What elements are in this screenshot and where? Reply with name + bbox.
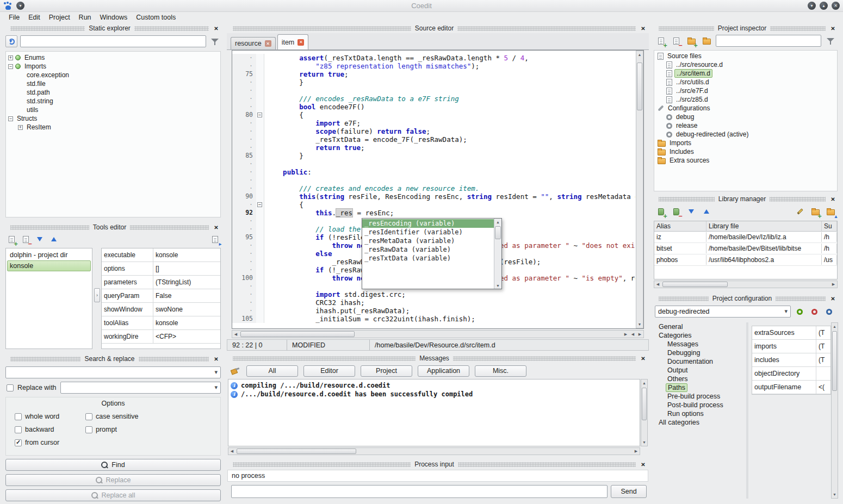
fold-collapse-icon[interactable]: − [257,113,262,117]
completion-item[interactable]: _resEncoding (variable) [362,219,494,228]
menu-item-file[interactable]: File [4,13,24,22]
code-line[interactable]: · bool encodee7F() [232,103,635,111]
property-value[interactable]: <( [816,381,830,394]
configuration-splitter[interactable] [746,322,748,499]
configuration-properties-grid[interactable]: extraSources(Timports(Tincludes(TobjectD… [752,326,831,395]
tree-expander-icon[interactable]: + [8,55,13,60]
completion-item[interactable]: _resTxtData (variable) [362,254,494,263]
config-category-paths[interactable]: Paths [655,383,744,392]
scrollbar-thumb[interactable] [240,331,355,337]
filter-button[interactable] [209,35,221,47]
code-line[interactable]: 90 this(string resFile, ResEncoding resE… [232,192,635,201]
scroll-up-icon[interactable]: ▲ [494,219,501,225]
editor-tab-item[interactable]: item [277,34,309,49]
inspector-tree-item[interactable]: release [654,121,837,130]
config-category-documentation[interactable]: Documentation [655,357,744,366]
menu-item-custom-tools[interactable]: Custom tools [132,13,180,22]
config-category-run-options[interactable]: Run options [655,409,744,418]
replace-with-checkbox[interactable] [7,384,14,391]
scrollbar-track[interactable] [235,448,633,455]
symbol-search-input[interactable] [20,35,206,47]
scroll-up-icon[interactable]: ▲ [641,379,647,387]
code-line[interactable]: · /// encodes _resRawData to a e7F strin… [232,95,635,103]
menu-item-windows[interactable]: Windows [96,13,132,22]
code-line[interactable]: · [232,160,635,168]
inspector-tree-item[interactable]: Source files [654,52,837,60]
inspector-tree-item[interactable]: ../src/utils.d [654,78,837,86]
inspector-filter-button[interactable] [825,35,836,47]
add-tool-button[interactable]: + [5,233,17,245]
send-button[interactable]: Send [611,485,647,498]
scrollbar-thumb[interactable] [637,63,642,110]
messages-list[interactable]: compiling /.../build/resource.d.coedit/.… [228,379,640,446]
property-row[interactable]: executablekonsole [102,248,220,262]
tab-close-icon[interactable] [297,39,304,46]
library-row[interactable]: iz/home/basile/Dev/Iz/lib/iz.a/h [654,232,837,243]
property-row[interactable]: showWindowswoNone [102,303,220,316]
config-property-row[interactable]: extraSources(T [752,326,830,340]
messages-filter-misc[interactable]: Misc. [475,365,526,377]
tool-properties-grid[interactable]: executablekonsoleoptions[]parameters(TSt… [101,248,221,349]
refresh-button[interactable] [5,35,17,47]
completion-scrollbar[interactable]: ▲ ▼ [494,219,501,289]
code-line[interactable]: · scope(failure) return false; [232,127,635,135]
window-menu-button[interactable]: ▾ [16,2,24,10]
property-row[interactable]: toolAliaskonsole [102,316,220,330]
move-library-up-button[interactable] [701,206,712,217]
inspector-tree-item[interactable]: Configurations [654,104,837,113]
code-line[interactable]: 85 } [232,152,635,160]
tools-splitter-button[interactable] [94,288,100,302]
scrollbar-thumb[interactable] [237,449,356,454]
scrollbar-thumb[interactable] [495,226,501,239]
inspector-tree-item[interactable]: ../src/item.d [654,69,837,78]
tab-close-icon[interactable] [265,40,271,47]
config-property-row[interactable]: imports(T [752,340,830,353]
inspector-tree-item[interactable]: ../src/e7F.d [654,86,837,95]
config-category-others[interactable]: Others [655,375,744,383]
configuration-categories-tree[interactable]: GeneralCategoriesMessagesDebuggingDocume… [655,322,744,499]
open-folder-button[interactable] [701,35,712,47]
scrollbar-thumb[interactable] [832,331,837,391]
tree-expander-icon[interactable]: + [18,125,23,130]
scroll-right-icon[interactable]: ▶ [622,331,629,338]
config-property-row[interactable]: includes(T [752,353,830,367]
close-panel-icon[interactable] [640,25,647,32]
code-line[interactable]: · _resTxtData = encode_7F(_resRawData); [232,135,635,144]
property-value[interactable]: swoNone [153,303,220,316]
library-table[interactable]: AliasLibrary fileSu iz/home/basile/Dev/I… [654,221,838,279]
scrollbar-thumb[interactable] [662,282,728,287]
message-line[interactable]: compiling /.../build/resource.d.coedit [228,381,640,390]
option-from-cursor[interactable]: from cursor [15,438,80,447]
add-folder-button[interactable]: + [685,35,697,47]
code-line[interactable]: 75 return true; [232,70,635,78]
option-case-sensitive[interactable]: case sensitive [85,412,220,421]
close-panel-icon[interactable] [213,356,220,363]
checkbox-icon[interactable] [15,426,22,433]
scrollbar-thumb[interactable] [642,388,647,420]
menu-item-project[interactable]: Project [45,13,75,22]
tool-list-item[interactable]: konsole [7,260,91,271]
library-column-header[interactable]: Library file [706,221,822,231]
move-library-down-button[interactable] [685,206,697,217]
messages-filter-editor[interactable]: Editor [303,365,355,377]
option-whole-word[interactable]: whole word [15,412,80,421]
scroll-left-icon[interactable]: ◀ [232,331,239,338]
explorer-tree-item[interactable]: +ResItem [6,123,220,132]
library-from-project-button[interactable]: ▴ [825,206,836,217]
close-panel-icon[interactable] [213,25,220,32]
close-panel-icon[interactable] [829,196,836,203]
property-value[interactable]: (T [816,340,830,353]
close-panel-icon[interactable] [640,461,647,468]
code-line[interactable]: 92 this._res = resEnc; [232,209,635,217]
property-value[interactable]: (TStringList) [153,276,220,289]
checkbox-icon[interactable] [15,439,22,446]
code-line[interactable]: · } [232,78,635,86]
explorer-tree-item[interactable]: core.exception [6,71,220,79]
code-line[interactable]: · [232,86,635,95]
inspector-tree-item[interactable]: Includes [654,147,837,156]
property-value[interactable]: konsole [153,316,220,329]
tree-expander-icon[interactable]: − [8,64,13,69]
config-category-output[interactable]: Output [655,366,744,375]
edit-tool-button[interactable]: ▸ [209,233,221,245]
remove-tool-button[interactable]: − [20,233,32,245]
